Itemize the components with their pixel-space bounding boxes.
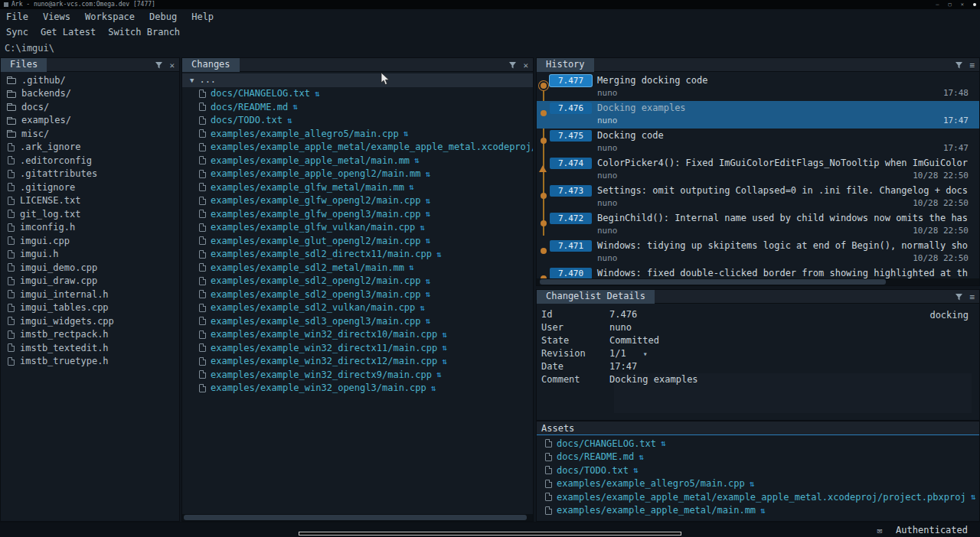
dropdown-arrow-icon[interactable]: ▾: [643, 350, 648, 358]
file-tree-item[interactable]: .gitattributes: [1, 168, 179, 181]
changes-root-row[interactable]: ▼...: [182, 73, 533, 87]
changed-file-row[interactable]: examples/example_win32_directx11/main.cp…: [182, 341, 533, 355]
file-tree-item[interactable]: examples/: [1, 114, 179, 128]
file-tree-item[interactable]: misc/: [1, 127, 179, 141]
changed-file-row[interactable]: examples/example_allegro5/main.cpp ⇅: [182, 127, 533, 141]
menu-item[interactable]: Help: [191, 11, 214, 22]
asset-row[interactable]: docs/TODO.txt ⇅: [537, 464, 979, 477]
menu-icon[interactable]: ≡: [969, 293, 975, 301]
scrollbar-thumb[interactable]: [184, 515, 527, 520]
file-type-icon: [8, 223, 15, 232]
changed-file-row[interactable]: examples/example_sdl2_opengl3/main.cpp ⇅: [182, 288, 533, 301]
changed-file-path: examples/example_sdl3_opengl3/main.cpp: [211, 316, 421, 327]
changed-file-row[interactable]: examples/example_glfw_metal/main.mm ⇅: [182, 181, 533, 194]
changeset-badge: 7.471: [550, 240, 592, 252]
mouse-cursor: [381, 73, 390, 86]
expander-icon[interactable]: ▼: [190, 76, 194, 84]
scrollbar-thumb[interactable]: [540, 279, 886, 285]
asset-row[interactable]: examples/example_apple_metal/example_app…: [537, 490, 979, 504]
changed-file-row[interactable]: examples/example_apple_metal/example_app…: [182, 141, 533, 155]
file-tree-item[interactable]: imgui_demo.cpp: [1, 261, 179, 275]
history-entry[interactable]: 7.476 Docking examples nuno 17:47: [537, 101, 979, 129]
file-tree-item[interactable]: .ark_ignore: [1, 141, 179, 155]
changed-file-row[interactable]: examples/example_win32_directx9/main.cpp…: [182, 368, 533, 382]
tab-files[interactable]: Files: [1, 58, 47, 72]
changed-file-row[interactable]: examples/example_glfw_opengl3/main.cpp ⇅: [182, 207, 533, 221]
history-entry[interactable]: 7.470 Windows: fixed double-clicked bord…: [537, 266, 979, 278]
changed-file-row[interactable]: examples/example_glfw_vulkan/main.cpp ⇅: [182, 221, 533, 235]
changeset-badge: 7.474: [550, 158, 592, 169]
asset-row[interactable]: examples/example_allegro5/main.cpp ⇅: [537, 477, 979, 491]
changed-file-row[interactable]: examples/example_apple_opengl2/main.mm ⇅: [182, 168, 533, 181]
filter-icon[interactable]: [155, 62, 162, 69]
filter-icon[interactable]: [956, 62, 962, 69]
changed-file-row[interactable]: examples/example_win32_directx10/main.cp…: [182, 328, 533, 342]
file-name: docs/: [21, 102, 49, 112]
file-tree-item[interactable]: .gitignore: [1, 181, 179, 194]
changed-file-row[interactable]: examples/example_glfw_opengl2/main.cpp ⇅: [182, 194, 533, 208]
changes-horizontal-scrollbar[interactable]: [182, 514, 533, 521]
changed-file-row[interactable]: examples/example_apple_metal/main.mm ⇅: [182, 154, 533, 168]
minimize-button[interactable]: —: [936, 0, 939, 9]
close-icon[interactable]: ✕: [169, 61, 175, 70]
history-entry[interactable]: 7.472 BeginChild(): Internal name used b…: [537, 211, 979, 239]
file-tree-item[interactable]: imgui.h: [1, 248, 179, 262]
file-tree-item[interactable]: .github/: [1, 73, 179, 87]
file-tree-item[interactable]: imgui_widgets.cpp: [1, 314, 179, 328]
history-horizontal-scrollbar[interactable]: [537, 278, 979, 285]
menu-item[interactable]: Workspace: [85, 11, 135, 22]
maximize-button[interactable]: ▢: [949, 0, 952, 9]
menu-item[interactable]: File: [6, 11, 28, 22]
file-type-icon: [8, 277, 15, 285]
changes-rows: docs/CHANGELOG.txt ⇅ docs/README.md ⇅ do…: [182, 87, 533, 395]
close-button[interactable]: ✕: [961, 0, 964, 9]
file-name: imgui.h: [20, 249, 59, 259]
checked-out-icon: ⇅: [420, 304, 425, 312]
file-tree-item[interactable]: .editorconfig: [1, 154, 179, 168]
file-tree-item[interactable]: backends/: [1, 87, 179, 101]
changed-file-row[interactable]: examples/example_win32_opengl3/main.cpp …: [182, 382, 533, 395]
menu-icon[interactable]: ≡: [969, 61, 975, 70]
file-tree-item[interactable]: imstb_rectpack.h: [1, 328, 179, 342]
changed-file-row[interactable]: docs/TODO.txt ⇅: [182, 114, 533, 128]
history-entry[interactable]: 7.477 Merging docking code nuno 17:48: [537, 73, 979, 101]
history-entry[interactable]: 7.473 Settings: omit outputing Collapsed…: [537, 184, 979, 211]
tab-changelist-details[interactable]: Changelist Details: [537, 290, 655, 304]
tab-history[interactable]: History: [537, 58, 594, 72]
toolbar-button[interactable]: Sync: [6, 27, 28, 37]
changed-file-row[interactable]: docs/README.md ⇅: [182, 100, 533, 114]
menu-item[interactable]: Views: [43, 11, 70, 22]
close-icon[interactable]: ✕: [523, 61, 528, 70]
filter-icon[interactable]: [509, 62, 516, 69]
file-tree-item[interactable]: imgui_draw.cpp: [1, 275, 179, 288]
file-tree-item[interactable]: imstb_textedit.h: [1, 341, 179, 355]
toolbar-button[interactable]: Get Latest: [41, 27, 96, 37]
tab-changes[interactable]: Changes: [182, 58, 240, 72]
changed-file-row[interactable]: examples/example_sdl3_opengl3/main.cpp ⇅: [182, 314, 533, 328]
history-entry[interactable]: 7.474 ColorPicker4(): Fixed ImGuiColorEd…: [537, 156, 979, 184]
menu-item[interactable]: Debug: [149, 11, 177, 22]
file-tree-item[interactable]: docs/: [1, 100, 179, 114]
asset-row[interactable]: docs/README.md ⇅: [537, 451, 979, 464]
changed-file-row[interactable]: examples/example_sdl2_vulkan/main.cpp ⇅: [182, 301, 533, 315]
toolbar-button[interactable]: Switch Branch: [108, 27, 180, 37]
changed-file-row[interactable]: examples/example_glut_opengl2/main.cpp ⇅: [182, 234, 533, 248]
file-tree-item[interactable]: imstb_truetype.h: [1, 355, 179, 369]
file-tree-item[interactable]: imgui.cpp: [1, 234, 179, 248]
filter-icon[interactable]: [956, 294, 962, 301]
file-tree-item[interactable]: imconfig.h: [1, 221, 179, 235]
file-tree-item[interactable]: git_log.txt: [1, 207, 179, 221]
file-tree-item[interactable]: LICENSE.txt: [1, 194, 179, 208]
asset-row[interactable]: examples/example_apple_metal/main.mm ⇅: [537, 504, 979, 518]
file-tree-item[interactable]: imgui_tables.cpp: [1, 301, 179, 315]
history-entry[interactable]: 7.471 Windows: tidying up skipitems logi…: [537, 239, 979, 266]
asset-row[interactable]: docs/CHANGELOG.txt ⇅: [537, 437, 979, 451]
changed-file-row[interactable]: docs/CHANGELOG.txt ⇅: [182, 87, 533, 101]
changed-file-row[interactable]: examples/example_sdl2_metal/main.mm ⇅: [182, 261, 533, 275]
checked-out-icon: ⇅: [426, 236, 431, 245]
file-tree-item[interactable]: imgui_internal.h: [1, 288, 179, 301]
changed-file-row[interactable]: examples/example_win32_directx12/main.cp…: [182, 355, 533, 369]
changed-file-row[interactable]: examples/example_sdl2_opengl2/main.cpp ⇅: [182, 275, 533, 288]
changed-file-row[interactable]: examples/example_sdl2_directx11/main.cpp…: [182, 248, 533, 262]
history-entry[interactable]: 7.475 Docking code nuno 17:47: [537, 129, 979, 156]
